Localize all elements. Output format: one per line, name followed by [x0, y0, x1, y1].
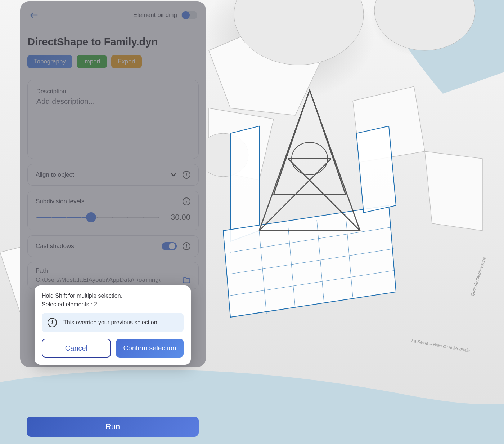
subdivision-card: Subdivision levels i 30.00 — [27, 191, 199, 230]
chevron-down-icon — [170, 172, 177, 178]
align-to-object-dropdown[interactable]: Align to object i — [27, 164, 199, 186]
cast-shadows-label: Cast shadows — [36, 243, 74, 250]
back-button[interactable] — [29, 10, 39, 20]
subdivision-value: 30.00 — [167, 213, 190, 222]
info-icon[interactable]: i — [183, 171, 190, 179]
path-value: C:\Users\MostafaElAyoubi\AppData\Roaming… — [36, 276, 179, 284]
selection-popup: Hold Shift for multiple selection. Selec… — [35, 285, 191, 365]
description-card[interactable]: Description Add description... — [27, 80, 199, 159]
tag-topography[interactable]: Topography — [27, 55, 72, 68]
cast-shadows-toggle[interactable] — [162, 242, 177, 250]
popup-status: Selected elements : 2 — [42, 301, 184, 308]
description-label: Description — [36, 88, 190, 95]
slider-thumb[interactable] — [86, 212, 96, 222]
align-label: Align to object — [36, 171, 74, 178]
run-button[interactable]: Run — [27, 417, 199, 437]
element-binding-toggle[interactable] — [181, 11, 197, 19]
tag-export[interactable]: Export — [111, 55, 142, 68]
tag-import[interactable]: Import — [77, 55, 107, 68]
cast-shadows-card: Cast shadows i — [27, 235, 199, 257]
confirm-selection-button[interactable]: Confirm selection — [116, 339, 184, 358]
element-binding-label: Element binding — [133, 12, 177, 19]
page-title: DirectShape to Family.dyn — [27, 36, 199, 48]
cancel-button[interactable]: Cancel — [42, 339, 111, 358]
subdivision-slider[interactable] — [36, 217, 159, 218]
folder-icon[interactable] — [183, 277, 190, 283]
info-icon[interactable]: i — [183, 242, 190, 250]
info-icon: i — [48, 318, 57, 327]
subdivision-label: Subdivision levels — [36, 198, 84, 205]
info-icon[interactable]: i — [183, 197, 190, 205]
path-card: Path C:\Users\MostafaElAyoubi\AppData\Ro… — [27, 262, 199, 289]
popup-info-text: This override your previous selection. — [63, 319, 159, 326]
popup-info-banner: i This override your previous selection. — [42, 313, 184, 332]
popup-hint: Hold Shift for multiple selection. — [42, 293, 184, 299]
path-label: Path — [36, 267, 190, 274]
description-placeholder: Add description... — [36, 97, 190, 106]
